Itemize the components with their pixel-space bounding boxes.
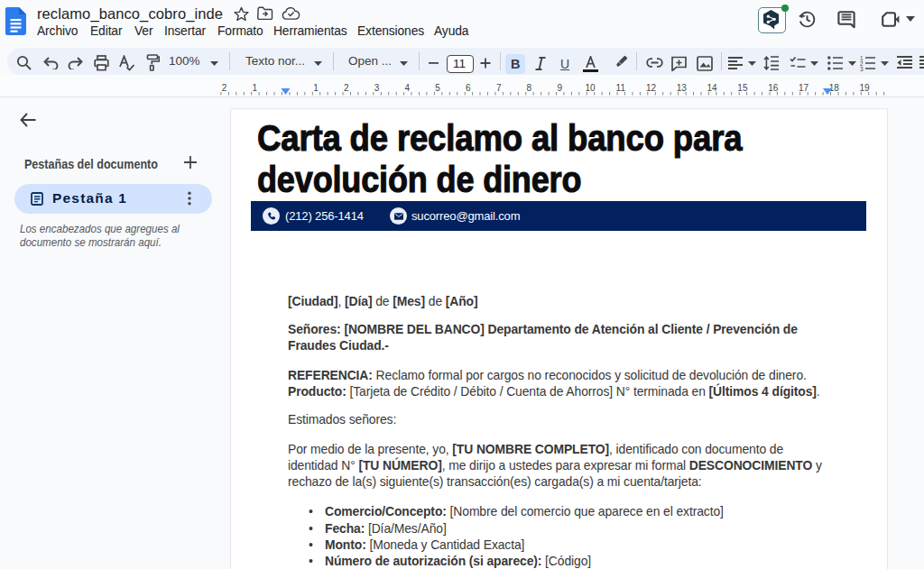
svg-text:18: 18	[829, 83, 840, 93]
svg-text:11: 11	[616, 83, 626, 93]
svg-text:10: 10	[585, 83, 596, 93]
svg-text:1: 1	[253, 83, 258, 93]
svg-text:14: 14	[707, 83, 718, 93]
svg-text:8: 8	[527, 83, 532, 93]
svg-text:3: 3	[860, 66, 864, 72]
svg-text:13: 13	[677, 83, 688, 93]
svg-text:9: 9	[557, 83, 562, 93]
svg-text:4: 4	[405, 83, 411, 93]
svg-text:19: 19	[859, 83, 870, 93]
svg-text:15: 15	[737, 83, 748, 93]
svg-text:2: 2	[222, 83, 227, 93]
svg-text:6: 6	[466, 83, 471, 93]
svg-text:7: 7	[496, 83, 502, 93]
svg-text:5: 5	[435, 83, 440, 93]
svg-text:1: 1	[313, 83, 319, 93]
svg-text:3: 3	[374, 83, 380, 93]
svg-text:2: 2	[344, 83, 349, 93]
svg-text:16: 16	[768, 83, 779, 93]
svg-text:12: 12	[646, 83, 657, 93]
svg-text:17: 17	[799, 83, 809, 93]
